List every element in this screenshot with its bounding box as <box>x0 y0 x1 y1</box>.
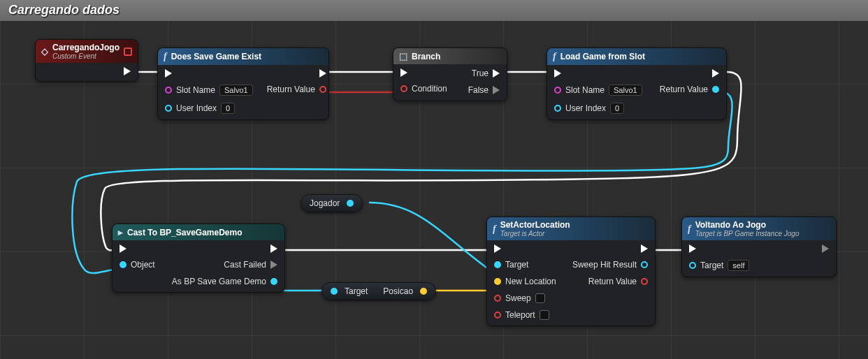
sweep-hit-pin[interactable]: Sweep Hit Result <box>572 260 648 270</box>
slot-name-pin[interactable]: Slot Name Salvo1 <box>554 85 642 96</box>
event-icon: ◇ <box>41 46 48 57</box>
condition-pin[interactable]: Condition <box>400 84 447 94</box>
target-label: Target <box>345 286 368 296</box>
node-title: Does Save Game Exist <box>171 52 261 61</box>
cast-failed-pin[interactable]: Cast Failed <box>172 260 277 270</box>
target-pin[interactable] <box>331 288 338 295</box>
new-location-pin[interactable]: New Location <box>494 277 556 286</box>
function-icon: f <box>164 51 167 62</box>
posicao-label: Posicao <box>383 286 413 296</box>
node-title: CarregandoJogo <box>52 43 120 52</box>
exec-out-pin[interactable] <box>124 67 131 75</box>
node-title: Cast To BP_SaveGameDemo <box>127 228 243 237</box>
branch-icon: ⬚ <box>399 51 407 61</box>
slot-name-input[interactable]: Salvo1 <box>219 85 253 96</box>
return-value-pin[interactable]: Return Value <box>660 85 719 94</box>
exec-in-pin[interactable] <box>400 68 447 77</box>
slot-name-pin[interactable]: Slot Name Salvo1 <box>165 85 253 96</box>
target-input[interactable]: self <box>728 260 749 271</box>
variable-label: Jogador <box>310 198 340 208</box>
exec-out-pin[interactable] <box>572 244 648 253</box>
node-does-save-exist[interactable]: f Does Save Game Exist Slot Name Salvo1 … <box>157 47 329 120</box>
function-icon: f <box>553 51 556 62</box>
node-title: Voltando Ao Jogo <box>695 220 766 230</box>
node-header: f SetActorLocation Target is Actor <box>487 217 655 240</box>
teleport-checkbox[interactable] <box>540 310 549 320</box>
sweep-pin[interactable]: Sweep <box>494 293 556 303</box>
blueprint-canvas[interactable]: Carregando dados ◇ CarregandoJogo Custom… <box>0 0 868 359</box>
node-header: ▸ Cast To BP_SaveGameDemo <box>113 224 284 240</box>
user-index-input[interactable]: 0 <box>610 103 624 114</box>
node-voltando[interactable]: f Voltando Ao Jogo Target is BP Game Ins… <box>681 217 837 277</box>
variable-jogador[interactable]: Jogador <box>301 194 363 212</box>
object-pin[interactable]: Object <box>120 260 155 270</box>
user-index-pin[interactable]: User Index 0 <box>165 103 253 114</box>
target-pin[interactable]: Target self <box>689 260 749 271</box>
exec-in-pin[interactable] <box>494 244 556 253</box>
variable-get-posicao[interactable]: Target Posicao <box>321 282 436 300</box>
target-pin[interactable]: Target <box>494 260 556 270</box>
node-header: f Voltando Ao Jogo Target is BP Game Ins… <box>682 217 836 240</box>
node-title: Branch <box>412 52 440 61</box>
node-header: f Load Game from Slot <box>547 48 726 65</box>
node-subtitle: Custom Event <box>52 52 120 60</box>
exec-out-pin[interactable] <box>267 69 326 78</box>
node-subtitle: Target is BP Game Instance Jogo <box>695 230 800 237</box>
exec-out-pin[interactable] <box>660 69 719 78</box>
exec-in-pin[interactable] <box>165 69 253 78</box>
node-header: ◇ CarregandoJogo Custom Event <box>36 40 138 63</box>
node-subtitle: Target is Actor <box>500 230 570 237</box>
node-custom-event[interactable]: ◇ CarregandoJogo Custom Event <box>35 39 138 82</box>
output-pin[interactable] <box>420 288 427 295</box>
user-index-pin[interactable]: User Index 0 <box>554 103 642 114</box>
delegate-pin[interactable] <box>124 47 132 56</box>
exec-in-pin[interactable] <box>554 69 642 78</box>
node-title: Load Game from Slot <box>560 52 645 61</box>
exec-in-pin[interactable] <box>120 244 155 253</box>
function-icon: f <box>688 224 691 235</box>
false-exec-pin[interactable]: False <box>468 85 500 95</box>
return-value-pin[interactable]: Return Value <box>267 85 326 94</box>
node-branch[interactable]: ⬚ Branch Condition True False <box>393 47 507 101</box>
node-set-actor-location[interactable]: f SetActorLocation Target is Actor Targe… <box>486 217 656 326</box>
panel-title: Carregando dados <box>0 0 868 21</box>
cast-icon: ▸ <box>118 227 123 237</box>
exec-out-pin[interactable] <box>172 244 277 253</box>
node-header: f Does Save Game Exist <box>158 48 328 65</box>
output-pin[interactable] <box>347 200 354 207</box>
node-cast[interactable]: ▸ Cast To BP_SaveGameDemo Object Cast Fa… <box>112 224 285 293</box>
user-index-input[interactable]: 0 <box>221 103 235 114</box>
sweep-checkbox[interactable] <box>535 293 545 303</box>
true-exec-pin[interactable]: True <box>468 68 500 78</box>
node-header: ⬚ Branch <box>393 48 507 64</box>
exec-out-pin[interactable] <box>822 244 829 253</box>
node-title: SetActorLocation <box>500 220 570 230</box>
function-icon: f <box>493 224 496 235</box>
slot-name-input[interactable]: Salvo1 <box>609 85 642 96</box>
return-value-pin[interactable]: Return Value <box>572 277 648 286</box>
teleport-pin[interactable]: Teleport <box>494 310 556 320</box>
exec-in-pin[interactable] <box>689 244 749 253</box>
node-load-game[interactable]: f Load Game from Slot Slot Name Salvo1 U… <box>547 47 727 120</box>
as-output-pin[interactable]: As BP Save Game Demo <box>172 277 277 286</box>
